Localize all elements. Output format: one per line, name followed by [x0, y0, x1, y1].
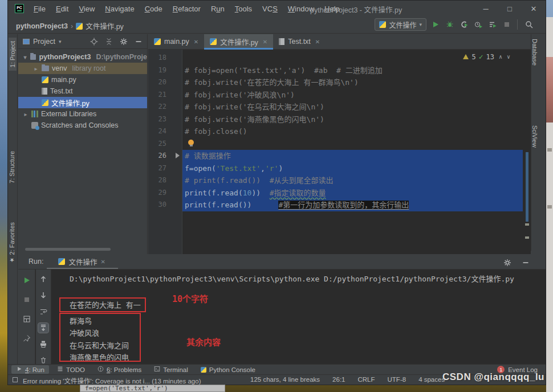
- code-line-24[interactable]: 24# fobj.close(): [148, 125, 531, 138]
- code-line-22[interactable]: 22# fobj.write('在乌云和大海之间\n'): [148, 101, 531, 113]
- tree-item-venv[interactable]: ▸venvlibrary root: [18, 63, 147, 74]
- search-everywhere-icon[interactable]: [523, 18, 535, 31]
- line-number: 30: [148, 199, 174, 211]
- run-concurrency-icon[interactable]: [487, 19, 498, 30]
- tree-item--py[interactable]: 文件操作.py: [18, 97, 147, 108]
- stop-icon[interactable]: [502, 19, 512, 30]
- menu-file[interactable]: File: [30, 3, 50, 15]
- toggle-toolwindows-icon[interactable]: [13, 377, 18, 382]
- pin-icon[interactable]: [22, 333, 32, 344]
- menu-tools[interactable]: Tools: [231, 3, 256, 15]
- editor-tab-test-txt[interactable]: Test.txt✕: [273, 34, 326, 49]
- code-line-26[interactable]: 26# 读数据操作: [148, 150, 531, 162]
- menu-code[interactable]: Code: [141, 3, 166, 15]
- code-text: # 读数据操作: [174, 150, 231, 162]
- breadcrumb-project[interactable]: pythonProject3: [16, 22, 68, 30]
- tool-button-structure[interactable]: 7: Structure: [9, 151, 15, 183]
- toolwindow-tab-python-console[interactable]: Python Console: [196, 366, 260, 374]
- debug-icon[interactable]: [445, 19, 455, 30]
- breadcrumb-file[interactable]: 文件操作.py: [86, 21, 124, 31]
- tree-expand-icon[interactable]: ▸: [33, 66, 39, 72]
- hide-icon[interactable]: [521, 258, 531, 268]
- menu-refactor[interactable]: Refactor: [169, 3, 205, 15]
- run-icon[interactable]: [430, 19, 441, 30]
- project-horizontal-scrollbar[interactable]: [25, 248, 111, 251]
- tool-button-project[interactable]: 1: Project: [9, 38, 17, 71]
- code-line-20[interactable]: 20# fobj.write('在苍茫的大海上 有一群海鸟\n'): [148, 76, 531, 89]
- tree-expand-icon[interactable]: ▾: [23, 54, 27, 60]
- toolwindow-tab-terminal[interactable]: Terminal: [149, 365, 192, 374]
- next-problem-icon[interactable]: ∨: [507, 54, 510, 60]
- console-output[interactable]: D:\pythonProject1\pythonProject3\venv\Sc…: [51, 270, 546, 365]
- status-segment-utf-8[interactable]: UTF-8: [388, 376, 406, 383]
- code-line-23[interactable]: 23# fobj.write('海燕像黑色的闪电\n'): [148, 113, 531, 126]
- code-area[interactable]: 1819# fobj=open('Test.txt','a') #ab # 二进…: [148, 50, 531, 254]
- tree-item-scratches-and-consoles[interactable]: Scratches and Consoles: [18, 120, 147, 131]
- code-line-19[interactable]: 19# fobj=open('Test.txt','a') #ab # 二进制追…: [148, 64, 531, 77]
- project-view-selector[interactable]: Project ▾: [23, 38, 89, 46]
- tree-item-pythonproject3[interactable]: ▾pythonProject3D:\pythonProje: [18, 51, 147, 63]
- tree-expand-icon[interactable]: ▸: [23, 111, 29, 117]
- tree-item-external-libraries[interactable]: ▸External Libraries: [18, 108, 147, 120]
- run-tab[interactable]: 文件操作 ✕: [58, 256, 105, 267]
- restore-layout-icon[interactable]: [22, 314, 32, 324]
- background-ui-fragment: [547, 205, 552, 209]
- tool-button-favorites[interactable]: ★2: Favorites: [9, 222, 15, 263]
- editor-tab-main-py[interactable]: main.py✕: [148, 34, 204, 49]
- toolwindow-tab-4-run[interactable]: 4: Run: [11, 365, 49, 374]
- status-message[interactable]: Error running '文件操作': Coverage is not i.…: [23, 376, 201, 385]
- scrollend-icon[interactable]: [38, 323, 48, 333]
- tab-label: 文件操作.py: [220, 36, 258, 47]
- locate-icon[interactable]: [89, 36, 99, 47]
- menu-view[interactable]: View: [75, 3, 99, 15]
- hide-icon[interactable]: [133, 36, 144, 47]
- tree-item-main-py[interactable]: main.py: [18, 74, 147, 85]
- close-run-tab-icon[interactable]: ✕: [100, 259, 105, 265]
- up-icon[interactable]: [38, 274, 48, 284]
- run-configuration-select[interactable]: 文件操作 ▾: [375, 18, 426, 31]
- close-button[interactable]: ✕: [522, 1, 546, 17]
- close-tab-icon[interactable]: ✕: [263, 39, 267, 45]
- collapse-all-icon[interactable]: [104, 36, 114, 47]
- profiler-icon[interactable]: [473, 19, 483, 30]
- close-tab-icon[interactable]: ✕: [315, 39, 320, 45]
- stop-icon[interactable]: [22, 295, 32, 305]
- minimize-button[interactable]: ─: [474, 1, 498, 17]
- inspection-widget[interactable]: 5 ✓ 13 ∧ ∨: [463, 52, 510, 61]
- line-number: 29: [148, 187, 174, 199]
- softwrap-icon[interactable]: [38, 307, 48, 317]
- code-line-30[interactable]: 30print(f.read()) #第一行为加参数读取到的，其余行输出: [148, 199, 531, 211]
- status-segment-26-1[interactable]: 26:1: [332, 376, 345, 383]
- prev-problem-icon[interactable]: ∧: [499, 54, 502, 60]
- close-tab-icon[interactable]: ✕: [194, 39, 198, 45]
- settings-icon[interactable]: [119, 36, 129, 47]
- code-line-27[interactable]: 27f=open('Test.txt','r'): [148, 162, 531, 175]
- menu-navigate[interactable]: Navigate: [101, 3, 138, 15]
- menu-vcs[interactable]: VCS: [258, 3, 282, 15]
- status-segment-125-chars-4-line-breaks[interactable]: 125 chars, 4 line breaks: [250, 376, 320, 383]
- editor-scrollbar[interactable]: [524, 67, 530, 251]
- status-segment-crlf[interactable]: CRLF: [358, 376, 375, 383]
- tool-button-sciview[interactable]: SciView: [531, 125, 538, 148]
- folder-icon: [30, 54, 36, 60]
- toolwindow-tab-todo[interactable]: TODO: [52, 365, 90, 374]
- menu-run[interactable]: Run: [207, 3, 229, 15]
- code-line-21[interactable]: 21# fobj.write('冲破风浪\n'): [148, 89, 531, 101]
- code-line-29[interactable]: 29print(f.read(10)) #指定读取的数量: [148, 187, 531, 199]
- code-line-28[interactable]: 28# print(f.read()) #从头到尾全部读出: [148, 174, 531, 187]
- tool-button-database[interactable]: Database: [531, 39, 538, 66]
- maximize-button[interactable]: □: [498, 1, 522, 17]
- code-text: f=open('Test.txt','r'): [174, 162, 283, 175]
- toolwindow-tab-6-problems[interactable]: 6: Problems: [93, 365, 146, 374]
- editor-tab--py[interactable]: 文件操作.py✕: [204, 34, 273, 49]
- intention-bulb-icon[interactable]: [188, 140, 194, 145]
- tree-item-test-txt[interactable]: Test.txt: [18, 85, 147, 97]
- code-line-25[interactable]: 25: [148, 138, 531, 150]
- rerun-icon[interactable]: [22, 275, 32, 285]
- menu-edit[interactable]: Edit: [52, 3, 72, 15]
- print-icon[interactable]: [38, 339, 48, 349]
- coverage-icon[interactable]: [459, 19, 469, 30]
- settings-icon[interactable]: [502, 258, 513, 268]
- down-icon[interactable]: [38, 291, 48, 301]
- status-segment-4-spaces[interactable]: 4 spaces: [418, 376, 445, 383]
